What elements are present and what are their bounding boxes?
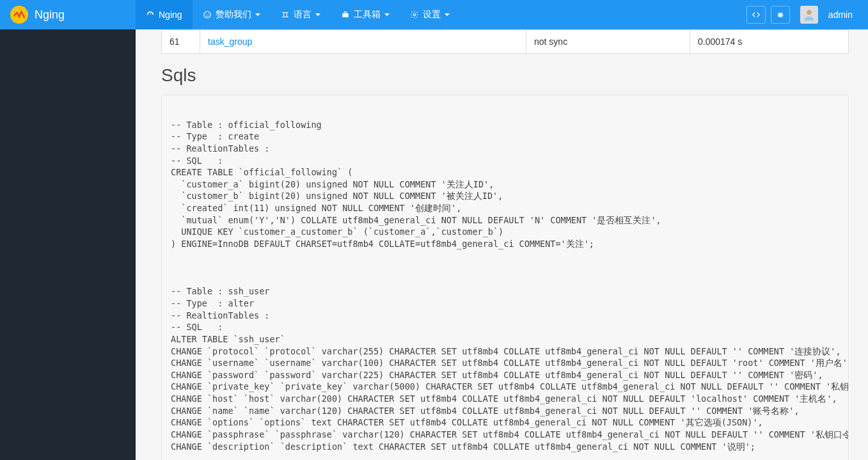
svg-rect-3 [342, 13, 348, 17]
brand-text: Nging [35, 8, 65, 22]
nav-settings-label: 设置 [423, 9, 441, 20]
language-icon [281, 10, 290, 19]
chevron-down-icon [315, 13, 320, 16]
svg-point-2 [208, 13, 209, 14]
svg-point-6 [807, 10, 811, 15]
dashboard-icon [146, 10, 155, 19]
svg-point-0 [203, 12, 210, 19]
nav-home[interactable]: Nging [136, 0, 193, 29]
sql-block: -- Table : official_following -- Type : … [161, 95, 849, 460]
sidebar [0, 29, 136, 460]
gear-icon [410, 10, 419, 19]
cell-id: 61 [162, 30, 200, 54]
main-content: 61 task_group not sync 0.000174 s Sqls -… [136, 29, 868, 460]
cell-status: not sync [526, 30, 690, 54]
results-table: 61 task_group not sync 0.000174 s [161, 29, 849, 54]
cell-time: 0.000174 s [690, 30, 849, 54]
topbar-right: admin [746, 6, 868, 24]
nav-language[interactable]: 语言 [271, 0, 331, 29]
chevron-down-icon [384, 13, 390, 16]
bug-button[interactable] [771, 6, 790, 24]
svg-point-5 [778, 13, 782, 17]
table-row: 61 task_group not sync 0.000174 s [162, 30, 849, 54]
nav-language-label: 语言 [294, 9, 312, 20]
code-icon [752, 10, 761, 19]
nav-sponsor-label: 赞助我们 [216, 9, 251, 20]
svg-point-4 [413, 13, 416, 16]
task-group-link[interactable]: task_group [208, 36, 252, 47]
smile-icon [203, 10, 212, 19]
chevron-down-icon [255, 13, 260, 16]
nav-home-label: Nging [159, 10, 182, 20]
sqls-title: Sqls [161, 65, 849, 86]
svg-point-1 [205, 13, 206, 14]
avatar [800, 6, 818, 24]
nav-toolbox[interactable]: 工具箱 [331, 0, 400, 29]
logo-icon [10, 6, 28, 24]
code-button[interactable] [746, 6, 766, 24]
briefcase-icon [341, 10, 350, 19]
bug-icon [776, 10, 785, 19]
user-menu[interactable]: admin [828, 10, 856, 20]
nav-settings[interactable]: 设置 [400, 0, 460, 29]
brand[interactable]: Nging [0, 6, 136, 24]
nav-sponsor[interactable]: 赞助我们 [193, 0, 271, 29]
cell-name: task_group [200, 30, 526, 54]
nav-toolbox-label: 工具箱 [354, 9, 381, 20]
user-name-label: admin [828, 10, 853, 20]
topbar: Nging Nging 赞助我们 语言 工具箱 设置 [0, 0, 868, 29]
chevron-down-icon [445, 13, 450, 16]
nav-items: Nging 赞助我们 语言 工具箱 设置 [136, 0, 460, 29]
